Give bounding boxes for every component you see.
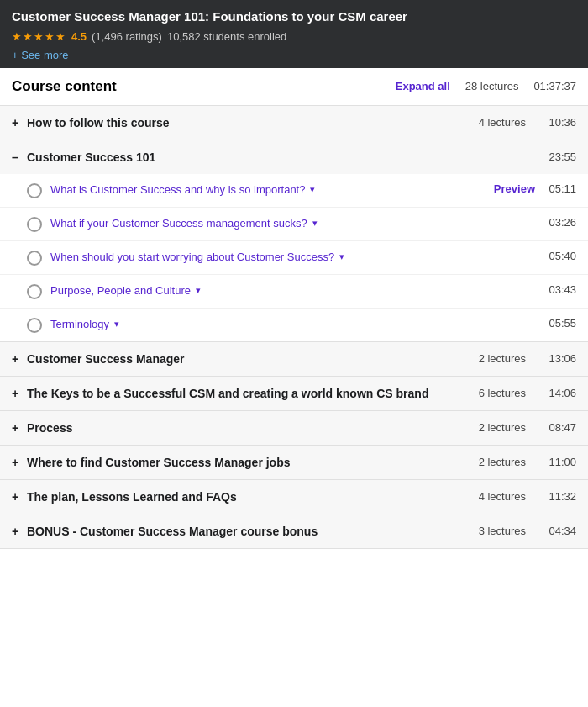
star-icons: ★★★★★: [12, 30, 66, 43]
section-name-s3: Customer Success Manager: [27, 352, 479, 366]
lesson-row-l2: What if your Customer Success management…: [50, 216, 576, 231]
lesson-right-l2: 03:26: [538, 216, 576, 229]
lesson-title-l1: What is Customer Success and why is so i…: [50, 182, 305, 198]
section-header-s5[interactable]: +Process2 lectures08:47: [0, 411, 588, 445]
lesson-icon-l1: [27, 183, 42, 198]
rating-count: (1,496 ratings): [92, 30, 162, 43]
lesson-row-l3: When should you start worrying about Cus…: [50, 250, 576, 265]
course-header: Customer Success Manager 101: Foundation…: [0, 0, 588, 43]
section-lectures-s3: 2 lectures: [479, 352, 526, 365]
section-duration-s4: 14:06: [541, 387, 576, 399]
lesson-row-l5: Terminology ▾05:55: [50, 317, 576, 332]
section-lectures-s7: 4 lectures: [479, 490, 526, 503]
section-lectures-s5: 2 lectures: [479, 421, 526, 434]
section-s1: +How to follow this course4 lectures10:3…: [0, 106, 588, 140]
section-name-s1: How to follow this course: [27, 116, 479, 129]
section-toggle-s4: +: [12, 387, 27, 400]
lesson-title-l2: What if your Customer Success management…: [50, 216, 307, 231]
lesson-duration-l5: 05:55: [547, 317, 576, 330]
section-duration-s3: 13:06: [541, 352, 576, 365]
lesson-dropdown-icon-l4[interactable]: ▾: [196, 285, 201, 296]
lesson-icon-l3: [27, 251, 42, 266]
section-header-s8[interactable]: +BONUS - Customer Success Manager course…: [0, 514, 588, 548]
section-s4: +The Keys to be a Successful CSM and cre…: [0, 377, 588, 411]
section-lectures-s4: 6 lectures: [479, 387, 526, 399]
section-s6: +Where to find Customer Success Manager …: [0, 446, 588, 480]
section-name-s6: Where to find Customer Success Manager j…: [27, 456, 479, 469]
section-name-s4: The Keys to be a Successful CSM and crea…: [27, 387, 479, 400]
lesson-l2[interactable]: What if your Customer Success management…: [0, 208, 588, 241]
section-s2: –Customer Success 10123:55What is Custom…: [0, 140, 588, 342]
lesson-dropdown-icon-l1[interactable]: ▾: [310, 184, 315, 195]
section-toggle-s5: +: [12, 421, 27, 435]
section-s5: +Process2 lectures08:47: [0, 411, 588, 446]
lesson-title-row-l2: What if your Customer Success management…: [50, 216, 538, 231]
section-name-s7: The plan, Lessons Learned and FAQs: [27, 490, 479, 504]
section-toggle-s7: +: [12, 490, 27, 504]
section-toggle-s3: +: [12, 352, 27, 366]
lesson-title-l5: Terminology: [50, 317, 109, 332]
section-toggle-s6: +: [12, 456, 27, 469]
lesson-duration-l2: 03:26: [547, 216, 576, 229]
section-lectures-s8: 3 lectures: [479, 525, 526, 537]
lesson-title-l4: Purpose, People and Culture: [50, 283, 191, 298]
section-s3: +Customer Success Manager2 lectures13:06: [0, 342, 588, 377]
rating-score: 4.5: [71, 30, 87, 43]
section-duration-s8: 04:34: [541, 525, 576, 537]
lesson-title-row-l3: When should you start worrying about Cus…: [50, 250, 538, 265]
course-content-title: Course content: [12, 78, 396, 95]
lesson-content-l5: Terminology ▾: [50, 317, 538, 332]
course-content-header: Course content Expand all 28 lectures 01…: [0, 68, 588, 106]
section-duration-s5: 08:47: [541, 421, 576, 434]
section-name-s2: Customer Success 101: [27, 150, 541, 164]
lesson-l4[interactable]: Purpose, People and Culture ▾03:43: [0, 275, 588, 309]
section-duration-s2: 23:55: [541, 150, 576, 163]
section-header-s2[interactable]: –Customer Success 10123:55: [0, 140, 588, 174]
section-header-s3[interactable]: +Customer Success Manager2 lectures13:06: [0, 342, 588, 376]
lesson-right-l4: 03:43: [538, 283, 576, 296]
lesson-icon-l5: [27, 318, 42, 333]
section-duration-s1: 10:36: [541, 116, 576, 129]
lesson-icon-l4: [27, 284, 42, 299]
lesson-dropdown-icon-l2[interactable]: ▾: [312, 218, 318, 229]
section-lectures-s6: 2 lectures: [479, 456, 526, 468]
section-header-s4[interactable]: +The Keys to be a Successful CSM and cre…: [0, 377, 588, 410]
lesson-duration-l1: 05:11: [547, 182, 576, 195]
section-toggle-s2: –: [12, 150, 27, 164]
lesson-icon-l2: [27, 217, 42, 232]
lesson-dropdown-icon-l3[interactable]: ▾: [339, 251, 344, 262]
lesson-l1[interactable]: What is Customer Success and why is so i…: [0, 174, 588, 208]
section-lectures-s1: 4 lectures: [479, 116, 526, 129]
total-duration: 01:37:37: [533, 80, 576, 92]
lesson-duration-l4: 03:43: [547, 283, 576, 296]
section-name-s5: Process: [27, 421, 479, 435]
lesson-content-l4: Purpose, People and Culture ▾: [50, 283, 538, 298]
see-more-bar: + See more: [0, 43, 588, 68]
section-header-s7[interactable]: +The plan, Lessons Learned and FAQs4 lec…: [0, 480, 588, 514]
section-header-s6[interactable]: +Where to find Customer Success Manager …: [0, 446, 588, 479]
lesson-content-l2: What if your Customer Success management…: [50, 216, 538, 231]
lesson-title-row-l1: What is Customer Success and why is so i…: [50, 182, 486, 198]
lesson-l3[interactable]: When should you start worrying about Cus…: [0, 241, 588, 275]
preview-button-l1[interactable]: Preview: [494, 182, 535, 195]
lesson-content-l1: What is Customer Success and why is so i…: [50, 182, 486, 198]
total-lectures: 28 lectures: [465, 80, 519, 92]
course-rating: ★★★★★ 4.5 (1,496 ratings) 10,582 student…: [12, 30, 576, 43]
course-title: Customer Success Manager 101: Foundation…: [12, 8, 576, 25]
lesson-content-l3: When should you start worrying about Cus…: [50, 250, 538, 265]
section-s8: +BONUS - Customer Success Manager course…: [0, 514, 588, 549]
lesson-title-row-l5: Terminology ▾: [50, 317, 538, 332]
lesson-right-l5: 05:55: [538, 317, 576, 330]
expand-all-button[interactable]: Expand all: [396, 80, 450, 92]
lesson-title-row-l4: Purpose, People and Culture ▾: [50, 283, 538, 298]
section-duration-s6: 11:00: [541, 456, 576, 468]
section-name-s8: BONUS - Customer Success Manager course …: [27, 525, 479, 538]
section-header-s1[interactable]: +How to follow this course4 lectures10:3…: [0, 106, 588, 140]
lesson-duration-l3: 05:40: [547, 250, 576, 262]
lesson-dropdown-icon-l5[interactable]: ▾: [114, 319, 119, 330]
section-toggle-s1: +: [12, 116, 27, 129]
see-more-link[interactable]: + See more: [12, 49, 69, 61]
section-duration-s7: 11:32: [541, 490, 576, 503]
lesson-right-l3: 05:40: [538, 250, 576, 262]
lesson-l5[interactable]: Terminology ▾05:55: [0, 309, 588, 341]
